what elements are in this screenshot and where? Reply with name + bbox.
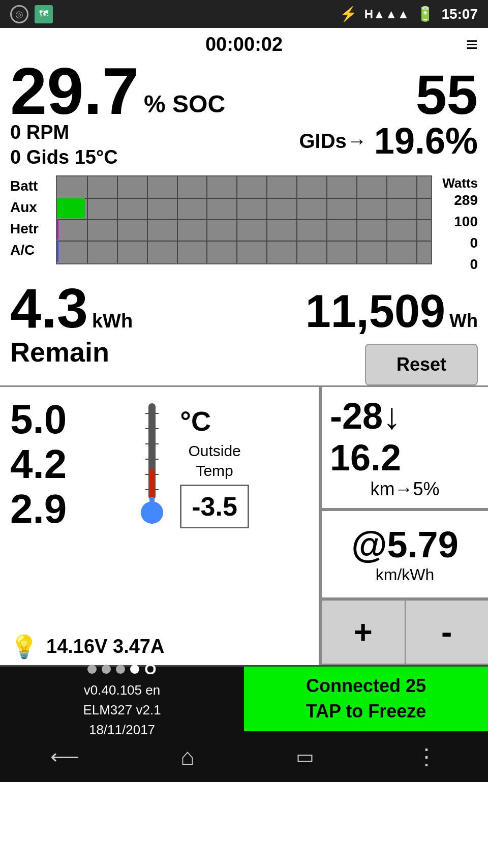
footer-right-status[interactable]: Connected 25TAP to Freeze xyxy=(244,667,488,731)
bar-chart-area xyxy=(56,175,432,264)
status-bar-left: ◎ 🗺 xyxy=(10,5,53,23)
version-label: v0.40.105 en xyxy=(83,680,161,700)
gids-label: GIDs→ xyxy=(299,130,367,153)
status-bar-right: ⚡ H▲▲▲ 🔋 15:07 xyxy=(340,6,478,22)
thermometer-area: °C OutsideTemp -3.5 xyxy=(75,397,309,531)
energy-right: 11,509 Wh Reset xyxy=(306,280,478,385)
dot-2 xyxy=(102,665,111,674)
plus-minus-row: + - xyxy=(320,599,488,665)
batt-watts: 289 xyxy=(437,190,478,211)
temp-val-3: 2.9 xyxy=(10,487,67,531)
soc-value: 29.7 xyxy=(10,58,139,124)
wh-unit: Wh xyxy=(449,310,478,332)
aux-label: Aux xyxy=(10,197,51,218)
kwh-unit: kWh xyxy=(92,310,133,332)
nav-bar: ⟵ ⌂ ▭ ⋮ xyxy=(0,731,488,782)
date-label: 18/11/2017 xyxy=(83,720,161,740)
gids-percent: 19.6% xyxy=(374,120,478,162)
temp-val-2: 4.2 xyxy=(10,442,67,487)
remain-label: Remain xyxy=(10,336,133,368)
energy-left: 4.3 kWh Remain xyxy=(10,280,133,368)
outside-temp-box: -3.5 xyxy=(180,485,249,528)
bottom-panels: 5.0 4.2 2.9 xyxy=(0,385,488,665)
compass-icon: ◎ xyxy=(10,5,28,23)
wh-value: 11,509 xyxy=(306,285,445,338)
wh-row: 11,509 Wh xyxy=(306,285,478,338)
outside-temp-label: OutsideTemp xyxy=(188,441,240,481)
energy-section: 4.3 kWh Remain 11,509 Wh Reset xyxy=(0,280,488,385)
hetr-label: Hetr xyxy=(10,218,51,240)
dot-3 xyxy=(116,665,125,674)
timer-menu-row: 00:00:02 ≡ xyxy=(10,33,478,56)
bar-watts: Watts 289 100 0 0 xyxy=(437,175,478,275)
status-bar: ◎ 🗺 ⚡ H▲▲▲ 🔋 15:07 xyxy=(0,0,488,28)
outside-temp-area: °C OutsideTemp -3.5 xyxy=(180,400,249,528)
battery-icon: 🔋 xyxy=(416,6,434,22)
celsius-label: °C xyxy=(180,400,211,437)
rpm-gids-row: 0 RPM 0 Gids 15°C GIDs→ 19.6% xyxy=(10,120,478,170)
left-panel: 5.0 4.2 2.9 xyxy=(0,387,320,665)
timer: 00:00:02 xyxy=(166,34,322,55)
soc-label: % SOC xyxy=(144,90,225,125)
app: 00:00:02 ≡ 29.7 % SOC 55 0 RPM 0 Gids 15… xyxy=(0,28,488,731)
menu-icon[interactable]: ≡ xyxy=(466,33,478,56)
plus-button[interactable]: + xyxy=(322,601,406,664)
efficiency-unit: km/kWh xyxy=(376,565,435,584)
ac-watts: 0 xyxy=(437,254,478,275)
footer: O v0.40.105 en ELM327 v2.1 18/11/2017 Co… xyxy=(0,665,488,731)
bars-count: 55 xyxy=(416,67,478,125)
rpm-gids-left: 0 RPM 0 Gids 15°C xyxy=(10,120,118,170)
right-panel: -28↓ 16.2 km→5% @5.79 km/kWh + - xyxy=(320,387,488,665)
temp-values: 5.0 4.2 2.9 xyxy=(10,397,67,531)
ac-bar xyxy=(57,241,58,262)
ac-label: A/C xyxy=(10,240,51,261)
kwh-row: 4.3 kWh xyxy=(10,280,133,336)
gids-right: GIDs→ 19.6% xyxy=(299,120,478,162)
thermometer-icon xyxy=(134,398,170,530)
adapter-label: ELM327 v2.1 xyxy=(83,700,161,720)
kwh-value: 4.3 xyxy=(10,280,88,336)
dot-4 xyxy=(130,665,139,674)
home-button[interactable]: ⌂ xyxy=(180,743,195,770)
rpm-value: 0 RPM xyxy=(10,120,118,145)
reset-button[interactable]: Reset xyxy=(365,344,478,385)
back-button[interactable]: ⟵ xyxy=(50,745,79,768)
bar-labels: Batt Aux Hetr A/C xyxy=(10,175,51,261)
range-box: -28↓ 16.2 km→5% xyxy=(320,387,488,510)
svg-rect-15 xyxy=(149,497,155,514)
efficiency-box: @5.79 km/kWh xyxy=(320,510,488,599)
dot-1 xyxy=(87,665,97,674)
clock: 15:07 xyxy=(441,6,478,22)
aux-bar xyxy=(57,198,85,218)
minus-button[interactable]: - xyxy=(406,601,489,664)
svg-rect-13 xyxy=(149,469,155,500)
bulb-icon: 💡 xyxy=(10,634,38,660)
voltage-row: 💡 14.16V 3.47A xyxy=(10,634,309,660)
range-value: -28↓ 16.2 xyxy=(330,395,480,478)
gids-value: 0 Gids 15°C xyxy=(10,145,118,170)
hetr-bar xyxy=(57,219,58,240)
signal-icon: H▲▲▲ xyxy=(364,7,410,21)
bluetooth-icon: ⚡ xyxy=(340,6,357,22)
hetr-watts: 0 xyxy=(437,232,478,254)
footer-left: O v0.40.105 en ELM327 v2.1 18/11/2017 xyxy=(0,667,244,731)
temp-val-1: 5.0 xyxy=(10,397,67,442)
top-section: 00:00:02 ≡ 29.7 % SOC 55 0 RPM 0 Gids 15… xyxy=(0,28,488,170)
soc-row: 29.7 % SOC 55 xyxy=(10,58,478,125)
more-button[interactable]: ⋮ xyxy=(415,743,438,769)
status-text: Connected 25TAP to Freeze xyxy=(306,673,426,725)
efficiency-value: @5.79 xyxy=(351,524,458,565)
watts-header: Watts xyxy=(437,175,478,190)
map-icon: 🗺 xyxy=(35,5,53,23)
recents-button[interactable]: ▭ xyxy=(296,745,314,768)
range-subtext: km→5% xyxy=(370,478,439,500)
voltage-value: 14.16V 3.47A xyxy=(46,636,164,657)
aux-watts: 100 xyxy=(437,211,478,232)
power-section: Batt Aux Hetr A/C xyxy=(0,170,488,280)
batt-label: Batt xyxy=(10,175,51,197)
